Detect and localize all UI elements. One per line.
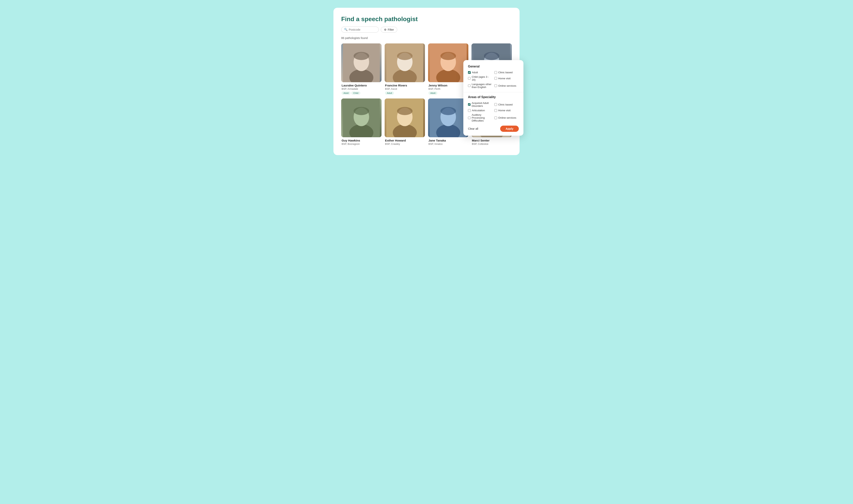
svg-point-27: [440, 107, 456, 115]
filter-checkbox[interactable]: [494, 109, 497, 112]
filter-checkbox[interactable]: [468, 103, 471, 106]
card-info: Francine Rivers BSP, Ascot Adult: [385, 82, 425, 95]
filter-footer: Clear all Apply: [468, 126, 519, 132]
filter-checkbox[interactable]: [468, 109, 471, 112]
filter-label: Auditory Processing Difficulties: [472, 113, 492, 122]
pathologist-card[interactable]: Francine Rivers BSP, Ascot Adult: [385, 43, 425, 95]
pathologist-photo: [385, 43, 425, 82]
filter-checkbox[interactable]: [494, 71, 497, 74]
search-icon: 🔍: [344, 28, 348, 31]
filter-checkbox[interactable]: [494, 84, 497, 87]
card-name: Jane Tanaka: [429, 139, 468, 142]
svg-point-3: [353, 52, 369, 60]
filter-checkbox[interactable]: [494, 116, 497, 119]
filter-label: Online services: [498, 116, 516, 119]
svg-point-15: [484, 52, 500, 60]
main-card: Find a speech pathologist 🔍 ⚙ Filter 86 …: [333, 8, 520, 155]
card-bsp: BSP, Armadale: [342, 87, 381, 90]
search-input[interactable]: [349, 28, 376, 31]
tag: Adult: [342, 91, 350, 95]
general-options: AdultClinic basedChild (ages 3 - 16)Home…: [468, 71, 519, 89]
filter-item[interactable]: Adult: [468, 71, 492, 74]
pathologist-card[interactable]: Jane Tanaka BSP, Innaloo: [428, 98, 468, 147]
card-info: Jenny Wilson BSP, Perth Adult: [428, 82, 468, 95]
filter-label: Child (ages 3 - 16): [472, 75, 492, 81]
card-tags: Adult: [385, 91, 424, 95]
filter-checkbox[interactable]: [494, 77, 497, 80]
search-bar: 🔍 ⚙ Filter: [341, 26, 512, 33]
filter-checkbox[interactable]: [468, 84, 471, 87]
filter-popup: General AdultClinic basedChild (ages 3 -…: [463, 60, 523, 136]
clear-all-button[interactable]: Clear all: [468, 127, 478, 130]
card-info: Jane Tanaka BSP, Innaloo: [428, 137, 468, 147]
card-bsp: BSP, Cottesloe: [472, 143, 511, 145]
pathologist-photo: [341, 98, 382, 137]
filter-label: Filter: [388, 28, 394, 31]
filter-label: Clinic based: [498, 71, 512, 74]
pathologist-photo: [428, 98, 468, 137]
filter-label: Clinic based: [498, 103, 512, 106]
search-input-wrap[interactable]: 🔍: [341, 26, 379, 33]
tag: Adult: [429, 91, 437, 95]
filter-checkbox[interactable]: [468, 77, 471, 80]
filter-item[interactable]: Clinic based: [494, 102, 519, 107]
filter-item[interactable]: Online services: [494, 83, 519, 89]
filter-label: Online services: [498, 84, 516, 87]
card-tags: AdultChild: [342, 91, 381, 95]
filter-label: Adult: [472, 71, 478, 74]
divider: [463, 92, 523, 92]
card-info: Marci Senter BSP, Cottesloe: [471, 137, 512, 147]
card-name: Lauralee Quintero: [342, 84, 381, 87]
pathologist-card[interactable]: Lauralee Quintero BSP, Armadale AdultChi…: [341, 43, 382, 95]
apply-button[interactable]: Apply: [500, 126, 519, 132]
card-info: Esther Howard BSP, Crawley: [385, 137, 425, 147]
filter-item[interactable]: Child (ages 3 - 16): [468, 75, 492, 81]
filter-checkbox[interactable]: [468, 116, 471, 119]
speciality-options: Acquired Adult DisordersClinic basedArti…: [468, 102, 519, 122]
card-name: Esther Howard: [385, 139, 424, 142]
filter-label: Home visit: [498, 109, 510, 112]
filter-item[interactable]: Online services: [494, 113, 519, 122]
filter-item[interactable]: Auditory Processing Difficulties: [468, 113, 492, 122]
speciality-section-title: Areas of Speciality: [468, 95, 519, 99]
pathologist-card[interactable]: Esther Howard BSP, Crawley: [385, 98, 425, 147]
filter-label: Languages other than English: [472, 83, 492, 89]
svg-point-7: [397, 52, 413, 60]
filter-label: Acquired Adult Disorders: [472, 102, 492, 107]
filter-label: Articulation: [472, 109, 485, 112]
svg-point-23: [397, 107, 413, 115]
svg-point-11: [440, 52, 456, 60]
pathologist-card[interactable]: Jenny Wilson BSP, Perth Adult: [428, 43, 468, 95]
filter-checkbox[interactable]: [468, 71, 471, 74]
results-count: 86 pathologists found: [341, 36, 512, 39]
card-info: Guy Hawkins BSP, Booragoon: [341, 137, 382, 147]
pathologist-photo: [428, 43, 468, 82]
filter-button[interactable]: ⚙ Filter: [381, 27, 397, 33]
card-bsp: BSP, Perth: [429, 87, 468, 90]
filter-checkbox[interactable]: [494, 103, 497, 106]
filter-icon: ⚙: [384, 28, 386, 31]
card-bsp: BSP, Crawley: [385, 143, 424, 145]
filter-item[interactable]: Home visit: [494, 75, 519, 81]
filter-item[interactable]: Home visit: [494, 109, 519, 112]
general-section-title: General: [468, 65, 519, 68]
card-info: Lauralee Quintero BSP, Armadale AdultChi…: [341, 82, 382, 95]
card-name: Guy Hawkins: [342, 139, 381, 142]
pathologist-photo: [385, 98, 425, 137]
filter-item[interactable]: Languages other than English: [468, 83, 492, 89]
pathologist-card[interactable]: Guy Hawkins BSP, Booragoon: [341, 98, 382, 147]
tag: Adult: [385, 91, 394, 95]
card-bsp: BSP, Booragoon: [342, 143, 381, 145]
tag: Child: [351, 91, 360, 95]
page-title: Find a speech pathologist: [341, 16, 512, 23]
filter-item[interactable]: Acquired Adult Disorders: [468, 102, 492, 107]
card-name: Francine Rivers: [385, 84, 424, 87]
filter-item[interactable]: Articulation: [468, 109, 492, 112]
card-bsp: BSP, Innaloo: [429, 143, 468, 145]
card-bsp: BSP, Ascot: [385, 87, 424, 90]
pathologist-photo: [341, 43, 382, 82]
card-name: Marci Senter: [472, 139, 511, 142]
filter-item[interactable]: Clinic based: [494, 71, 519, 74]
card-tags: Adult: [429, 91, 468, 95]
card-name: Jenny Wilson: [429, 84, 468, 87]
